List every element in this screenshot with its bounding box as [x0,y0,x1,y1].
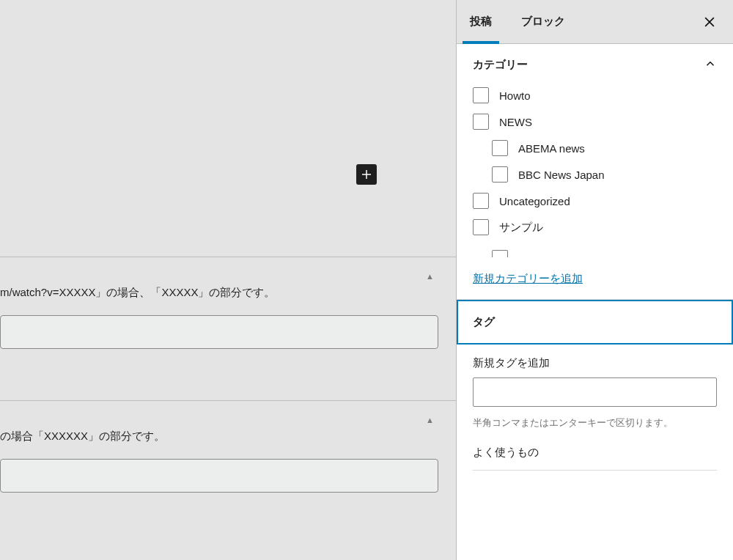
category-label: サンプル [499,221,543,235]
collapse-caret-icon[interactable]: ▲ [0,272,456,281]
frequent-tags-label[interactable]: よく使うもの [473,446,717,460]
checkbox[interactable] [492,140,508,156]
category-item-cut[interactable] [473,246,717,254]
add-tag-label: 新規タグを追加 [473,356,717,370]
section-divider [0,400,456,401]
category-label: Howto [499,89,531,102]
category-label: BBC News Japan [518,169,605,181]
settings-sidebar: 投稿 ブロック カテゴリー Howto NEWS ABEMA news [456,0,733,560]
section-divider [0,257,456,257]
tag-help-text: 半角コンマまたはエンターキーで区切ります。 [473,416,717,431]
sidebar-body: カテゴリー Howto NEWS ABEMA news BBC News Jap… [457,44,733,560]
checkbox[interactable] [492,250,508,257]
category-item[interactable]: ABEMA news [473,140,717,156]
checkbox[interactable] [473,87,489,103]
checkbox[interactable] [473,193,489,209]
categories-list: Howto NEWS ABEMA news BBC News Japan Unc… [457,86,733,257]
category-label: NEWS [499,116,532,128]
tags-panel-active-outline: タグ [457,300,733,345]
tags-panel: タグ 新規タグを追加 半角コンマまたはエンターキーで区切ります。 よく使うもの [457,299,733,476]
close-sidebar-button[interactable] [695,7,724,37]
tag-input[interactable] [473,377,717,407]
category-item[interactable]: NEWS [473,114,717,130]
section-divider [473,470,717,471]
plus-icon [360,168,373,181]
tab-post[interactable]: 投稿 [457,0,505,43]
category-item[interactable]: BBC News Japan [473,166,717,183]
editor-canvas: ▲ m/watch?v=XXXXX」の場合、「XXXXX」の部分です。 ▲ の場… [0,0,456,560]
field-input-2[interactable] [0,459,438,493]
category-item[interactable]: Howto [473,87,717,103]
field-hint-text-1: m/watch?v=XXXXX」の場合、「XXXXX」の部分です。 [0,281,456,306]
tags-panel-toggle[interactable]: タグ [458,301,732,343]
checkbox[interactable] [492,166,508,183]
category-item[interactable]: Uncategorized [473,193,717,209]
sidebar-tabs: 投稿 ブロック [457,0,733,44]
add-category-link[interactable]: 新規カテゴリーを追加 [457,257,733,299]
category-label: Uncategorized [499,195,570,207]
chevron-up-icon [704,314,717,330]
category-item[interactable]: サンプル [473,219,717,235]
collapse-caret-icon[interactable]: ▲ [0,416,456,424]
checkbox[interactable] [473,114,489,130]
close-icon [702,15,717,29]
field-hint-text-2: の場合「XXXXXX」の部分です。 [0,424,456,450]
custom-field-section-1: ▲ m/watch?v=XXXXX」の場合、「XXXXX」の部分です。 [0,257,456,349]
category-label: ABEMA news [518,142,585,155]
categories-title: カテゴリー [473,58,528,72]
checkbox[interactable] [473,219,489,235]
custom-field-section-2: ▲ の場合「XXXXXX」の部分です。 [0,400,456,493]
categories-panel-toggle[interactable]: カテゴリー [457,44,733,86]
tab-block[interactable]: ブロック [508,0,578,43]
chevron-up-icon [704,57,717,73]
tags-title: タグ [473,315,495,329]
tags-panel-body: 新規タグを追加 半角コンマまたはエンターキーで区切ります。 よく使うもの [457,345,733,476]
add-block-button[interactable] [356,164,377,185]
field-input-1[interactable] [0,315,438,349]
